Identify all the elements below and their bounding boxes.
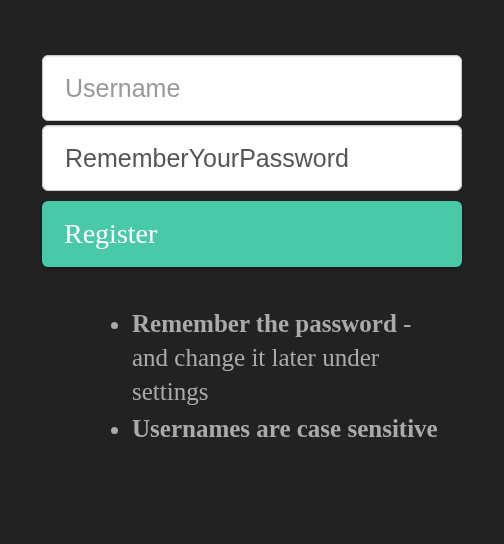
username-input[interactable] — [42, 55, 462, 121]
list-item: Remember the password - and change it la… — [132, 307, 442, 408]
list-item: Usernames are case sensitive — [132, 412, 442, 446]
info-list: Remember the password - and change it la… — [42, 307, 462, 446]
register-button[interactable]: Register — [42, 201, 462, 267]
info-bold-text: Usernames are case sensitive — [132, 415, 438, 442]
password-input[interactable] — [42, 125, 462, 191]
info-bold-text: Remember the password — [132, 310, 397, 337]
register-form: Register — [42, 55, 462, 267]
